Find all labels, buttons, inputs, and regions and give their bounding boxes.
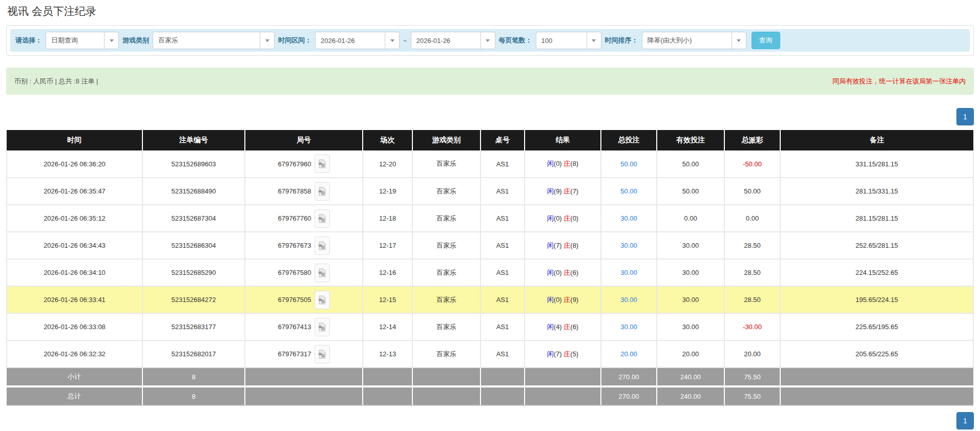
query-mode-select[interactable]: 日期查询 [46, 32, 119, 49]
cell-game-type: 百家乐 [412, 286, 481, 313]
cell-payout: 0.00 [724, 205, 780, 232]
cell-round-id: 679767960 [245, 150, 363, 178]
col-header-round-id: 局号 [245, 130, 363, 150]
cell-session: 12-17 [363, 232, 412, 259]
query-button[interactable]: 查询 [752, 32, 780, 49]
cell-round-id: 679767317 [245, 340, 363, 368]
video-replay-button[interactable] [315, 209, 330, 228]
chevron-down-icon [385, 32, 399, 49]
cell-bet-id: 523152684272 [142, 286, 245, 313]
cell-empty [780, 368, 973, 386]
filter-bar: 请选择： 日期查询 游戏类别 百家乐 时间区间： 2026-01-26 ~ 20… [10, 29, 970, 52]
page-size-value: 100 [536, 32, 587, 49]
video-file-icon [318, 268, 326, 277]
video-replay-button[interactable] [315, 318, 330, 336]
video-replay-button[interactable] [315, 264, 330, 282]
cell-game-type: 百家乐 [412, 178, 481, 205]
table-row: 2026-01-26 06:36:20523152689603679767960… [7, 150, 973, 178]
cell-result: 闲(0) 庄(8) [525, 150, 601, 178]
cell-session: 12-15 [363, 286, 412, 313]
table-row: 2026-01-26 06:33:41523152684272679767505… [7, 286, 973, 313]
cell-empty [525, 368, 601, 386]
video-replay-button[interactable] [315, 236, 330, 255]
cell-payout: 28.50 [724, 232, 780, 259]
pagination-page-1-button[interactable]: 1 [956, 108, 974, 125]
total-total-bet: 270.00 [601, 386, 657, 405]
video-replay-button[interactable] [315, 291, 330, 309]
cell-remark: 195.65/224.15 [780, 286, 973, 313]
cell-valid-bet: 30.00 [657, 259, 724, 286]
cell-valid-bet: 30.00 [657, 313, 724, 340]
cell-total-bet[interactable]: 50.00 [601, 178, 657, 205]
video-file-icon [318, 214, 326, 223]
subtotal-total-bet: 270.00 [601, 368, 657, 386]
cell-result: 闲(0) 庄(9) [525, 286, 601, 313]
cell-empty [363, 386, 412, 405]
summary-currency-count: 币别 : 人民币 | 总共 :8 注单 | [14, 77, 98, 86]
cell-total-bet[interactable]: 30.00 [601, 232, 657, 259]
cell-game-type: 百家乐 [412, 205, 481, 232]
game-type-select[interactable]: 百家乐 [153, 32, 275, 49]
cell-total-bet[interactable]: 20.00 [601, 340, 657, 368]
cell-time: 2026-01-26 06:36:20 [7, 150, 142, 178]
sort-label: 时间排序： [605, 36, 638, 45]
cell-game-type: 百家乐 [412, 150, 481, 178]
cell-payout: -30.00 [724, 313, 780, 340]
cell-table-no: AS1 [481, 178, 525, 205]
cell-round-id: 679767858 [245, 178, 363, 205]
game-type-label: 游戏类别 [122, 36, 149, 45]
table-footer: 小计 8 270.00 240.00 75.50 总计 8 2 [7, 368, 973, 405]
cell-round-id: 679767673 [245, 232, 363, 259]
cell-time: 2026-01-26 06:32:32 [7, 340, 142, 368]
time-sort-select[interactable]: 降幂(由大到小) [642, 32, 746, 49]
time-sort-value: 降幂(由大到小) [642, 32, 732, 49]
cell-game-type: 百家乐 [412, 340, 481, 368]
cell-session: 12-18 [363, 205, 412, 232]
cell-table-no: AS1 [481, 205, 525, 232]
cell-payout: 28.50 [724, 259, 780, 286]
col-header-total-bet: 总投注 [601, 130, 657, 150]
cell-total-bet[interactable]: 30.00 [601, 205, 657, 232]
cell-total-bet[interactable]: 30.00 [601, 313, 657, 340]
cell-result: 闲(9) 庄(7) [525, 178, 601, 205]
page-size-select[interactable]: 100 [536, 32, 601, 49]
cell-time: 2026-01-26 06:33:41 [7, 286, 142, 313]
chevron-down-icon [104, 32, 118, 49]
cell-empty [363, 368, 412, 386]
chevron-down-icon [587, 32, 601, 49]
cell-total-bet[interactable]: 30.00 [601, 259, 657, 286]
cell-total-bet[interactable]: 50.00 [601, 150, 657, 178]
cell-empty [481, 368, 525, 386]
video-replay-button[interactable] [315, 155, 330, 173]
video-replay-button[interactable] [315, 182, 330, 201]
subtotal-valid-bet: 240.00 [657, 368, 724, 386]
video-replay-button[interactable] [315, 345, 330, 363]
video-file-icon [318, 187, 326, 196]
cell-session: 12-13 [363, 340, 412, 368]
cell-session: 12-19 [363, 178, 412, 205]
cell-empty [245, 368, 363, 386]
query-mode-value: 日期查询 [46, 32, 104, 49]
cell-valid-bet: 20.00 [657, 340, 724, 368]
video-file-icon [318, 350, 326, 359]
date-to-value: 2026-01-26 [411, 32, 481, 49]
cell-payout: -50.00 [724, 150, 780, 178]
col-header-table-no: 桌号 [481, 130, 525, 150]
cell-remark: 252.65/281.15 [780, 232, 973, 259]
date-to-select[interactable]: 2026-01-26 [411, 32, 495, 49]
col-header-game-type: 游戏类别 [412, 130, 481, 150]
cell-total-bet[interactable]: 30.00 [601, 286, 657, 313]
subtotal-payout: 75.50 [724, 368, 780, 386]
col-header-session: 场次 [363, 130, 412, 150]
chevron-down-icon [260, 32, 274, 49]
pagination-page-1-button[interactable]: 1 [956, 412, 974, 429]
cell-remark: 224.15/252.65 [780, 259, 973, 286]
summary-bar: 币别 : 人民币 | 总共 :8 注单 | 同局有效投注，统一计算在该局第一张注… [6, 68, 974, 95]
cell-time: 2026-01-26 06:34:43 [7, 232, 142, 259]
cell-bet-id: 523152688490 [142, 178, 245, 205]
total-payout: 75.50 [724, 386, 780, 405]
cell-result: 闲(0) 庄(0) [525, 205, 601, 232]
cell-bet-id: 523152687304 [142, 205, 245, 232]
date-from-select[interactable]: 2026-01-26 [315, 32, 400, 49]
cell-time: 2026-01-26 06:35:12 [7, 205, 142, 232]
